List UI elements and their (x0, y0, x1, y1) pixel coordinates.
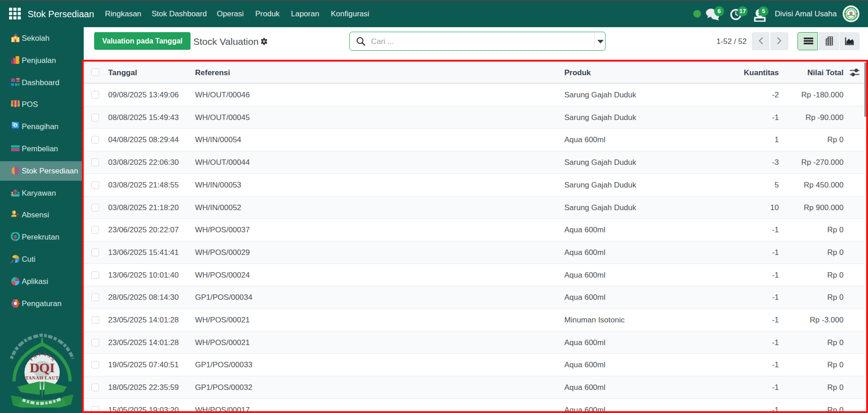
svg-text:DQI: DQI (29, 360, 54, 375)
svg-text:$: $ (14, 123, 16, 128)
svg-text:TANAH LAUT: TANAH LAUT (25, 375, 59, 380)
